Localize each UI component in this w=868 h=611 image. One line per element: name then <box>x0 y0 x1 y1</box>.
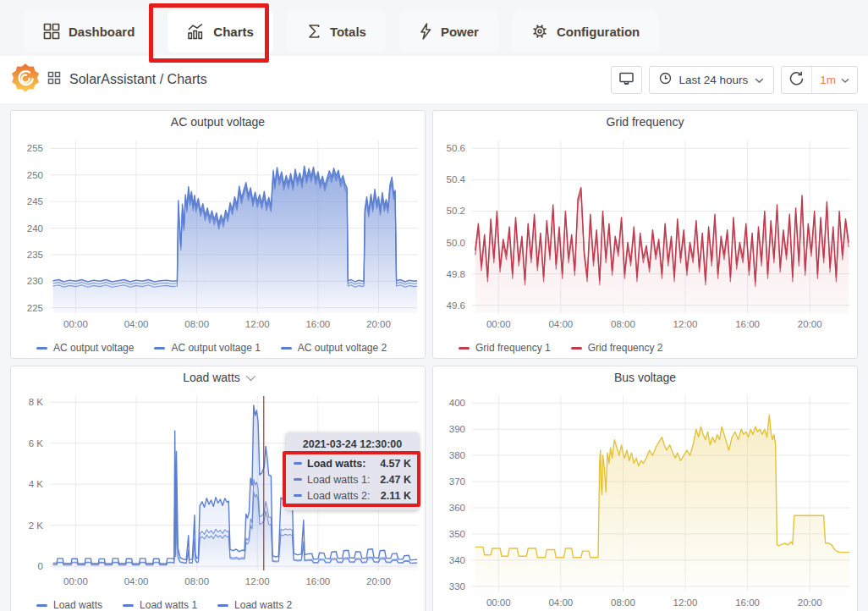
y-axis-tick-label: 255 <box>27 143 43 153</box>
x-axis-tick-label: 12:00 <box>673 319 698 329</box>
panel-title-text: Load watts <box>183 371 240 384</box>
y-axis-tick-label: 235 <box>27 250 43 260</box>
chart-ac-output-voltage[interactable]: 22523023524024525025500:0004:0008:0012:0… <box>11 134 425 337</box>
y-axis-tick-label: 225 <box>27 303 43 313</box>
chart-svg: 33034035036037038039040000:0004:0008:001… <box>433 388 857 611</box>
legend-label: Grid frequency 1 <box>475 342 551 354</box>
legend-ac-output-voltage: AC output voltageAC output voltage 1AC o… <box>11 337 425 358</box>
clock-icon <box>659 72 672 87</box>
x-axis-tick-label: 20:00 <box>366 319 391 329</box>
monitor-icon <box>618 71 635 89</box>
apps-icon <box>47 71 61 88</box>
y-axis-tick-label: 245 <box>27 196 43 206</box>
legend-label: Load watts 1 <box>140 599 197 611</box>
tooltip-label: Load watts 1: <box>307 474 375 486</box>
refresh-interval-dropdown[interactable]: 1m <box>811 67 857 93</box>
gear-icon <box>531 23 548 40</box>
tab-label: Configuration <box>557 25 640 39</box>
lightning-icon <box>419 23 432 40</box>
chevron-down-icon <box>841 72 849 87</box>
tooltip-label: Load watts 2: <box>307 490 376 502</box>
tab-totals[interactable]: Totals <box>287 10 386 52</box>
panel-title-grid-frequency[interactable]: Grid frequency <box>433 111 857 134</box>
tooltip-value: 2.11 K <box>381 490 411 502</box>
x-axis-tick-label: 20:00 <box>366 576 391 586</box>
chart-grid-frequency[interactable]: 49.649.850.050.250.450.600:0004:0008:001… <box>433 134 857 337</box>
x-axis-tick-label: 20:00 <box>798 597 822 608</box>
time-range-picker[interactable]: Last 24 hours <box>649 66 774 94</box>
y-axis-tick-label: 49.6 <box>447 300 465 311</box>
y-axis-tick-label: 240 <box>27 223 43 233</box>
legend-item[interactable]: Load watts 2 <box>217 599 292 611</box>
panel-title-load-watts[interactable]: Load watts <box>11 366 425 389</box>
tooltip-timestamp: 2021-03-24 12:30:00 <box>294 438 411 450</box>
series-dash-icon <box>281 347 292 350</box>
panel-grid-frequency: Grid frequency 49.649.850.050.250.450.60… <box>432 110 858 359</box>
series-dash-icon <box>294 478 302 481</box>
panel-title-text: Grid frequency <box>607 115 684 129</box>
chart-bus-voltage[interactable]: 33034035036037038039040000:0004:0008:001… <box>433 388 857 611</box>
kiosk-mode-button[interactable] <box>611 66 642 94</box>
legend-item[interactable]: Grid frequency 1 <box>459 342 551 354</box>
y-axis-tick-label: 230 <box>27 276 43 286</box>
series-dash-icon <box>123 604 134 607</box>
tab-label: Power <box>441 25 479 39</box>
legend-item[interactable]: AC output voltage <box>36 342 134 354</box>
panel-title-ac-output-voltage[interactable]: AC output voltage <box>11 111 425 134</box>
x-axis-tick-label: 08:00 <box>611 319 635 329</box>
legend-label: Load watts 2 <box>234 599 292 611</box>
refresh-interval-label: 1m <box>820 74 836 86</box>
y-axis-tick-label: 50.0 <box>447 237 465 247</box>
tab-dashboard[interactable]: Dashboard <box>24 10 154 52</box>
breadcrumb[interactable]: SolarAssistant / Charts <box>47 71 207 88</box>
chart-svg: 22523023524024525025500:0004:0008:0012:0… <box>11 134 425 333</box>
tooltip-row: Load watts 2: 2.11 K <box>294 487 411 504</box>
x-axis-tick-label: 16:00 <box>735 319 760 329</box>
series-dash-icon <box>294 494 302 497</box>
x-axis-tick-label: 16:00 <box>735 597 760 608</box>
chevron-down-icon[interactable] <box>246 372 255 381</box>
tab-label: Dashboard <box>69 25 135 39</box>
refresh-button[interactable] <box>782 67 811 93</box>
x-axis-tick-label: 00:00 <box>486 597 511 608</box>
x-axis-tick-label: 12:00 <box>245 319 270 329</box>
y-axis-tick-label: 350 <box>449 529 465 539</box>
x-axis-tick-label: 04:00 <box>124 319 149 329</box>
y-axis-tick-label: 2 K <box>29 520 44 531</box>
series-dash-icon <box>294 462 302 465</box>
legend-grid-frequency: Grid frequency 1Grid frequency 2 <box>433 337 857 358</box>
tab-configuration[interactable]: Configuration <box>512 10 659 52</box>
charts-icon <box>187 23 205 40</box>
legend-item[interactable]: AC output voltage 2 <box>281 342 387 354</box>
y-axis-tick-label: 360 <box>449 503 465 513</box>
panel-title-text: Bus voltage <box>614 371 676 384</box>
top-navbar: Dashboard Charts Totals Power <box>0 0 868 56</box>
y-axis-tick-label: 50.4 <box>447 174 466 184</box>
y-axis-tick-label: 390 <box>449 424 465 434</box>
tab-charts[interactable]: Charts <box>168 10 273 52</box>
y-axis-tick-label: 50.6 <box>447 143 465 153</box>
chart-svg: 49.649.850.050.250.450.600:0004:0008:001… <box>433 134 857 333</box>
grafana-logo[interactable] <box>10 63 41 96</box>
brand <box>10 63 41 96</box>
series-dash-icon <box>217 604 228 607</box>
legend-item[interactable]: Load watts <box>36 599 102 611</box>
x-axis-tick-label: 04:00 <box>548 597 573 608</box>
series-dash-icon <box>154 347 165 350</box>
y-axis-tick-label: 6 K <box>29 438 44 449</box>
tab-label: Totals <box>330 25 366 39</box>
series-dash-icon <box>459 347 470 350</box>
y-axis-tick-label: 8 K <box>29 397 44 407</box>
panel-title-text: AC output voltage <box>171 115 265 129</box>
x-axis-tick-label: 00:00 <box>486 319 511 329</box>
tab-power[interactable]: Power <box>399 10 498 52</box>
tooltip-label: Load watts: <box>307 458 375 470</box>
legend-label: AC output voltage 2 <box>298 342 387 354</box>
panel-bus-voltage: Bus voltage 33034035036037038039040000:0… <box>432 366 858 611</box>
panel-title-bus-voltage[interactable]: Bus voltage <box>433 366 857 388</box>
legend-item[interactable]: Load watts 1 <box>123 599 197 611</box>
legend-item[interactable]: AC output voltage 1 <box>154 342 260 354</box>
legend-item[interactable]: Grid frequency 2 <box>571 342 663 354</box>
y-axis-tick-label: 0 <box>38 561 43 571</box>
tooltip-row: Load watts 1: 2.47 K <box>294 471 411 487</box>
